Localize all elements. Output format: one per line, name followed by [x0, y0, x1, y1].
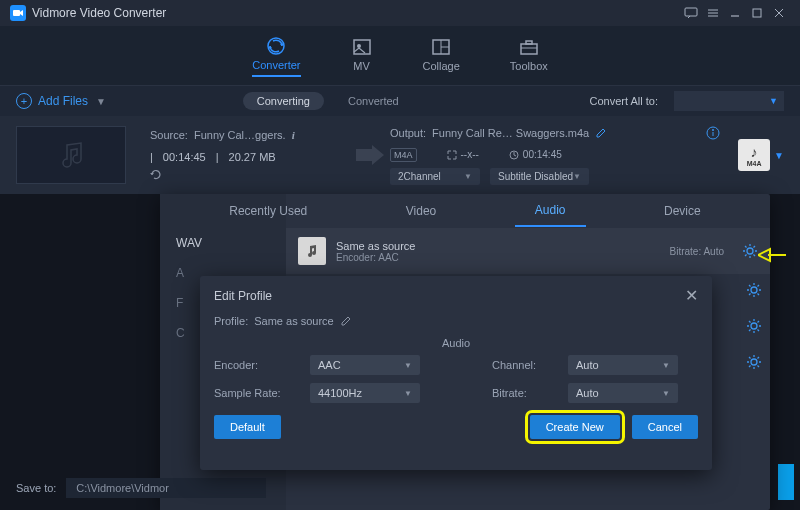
bitrate-label: Bitrate:: [492, 387, 562, 399]
profile-label: Profile:: [214, 315, 248, 327]
add-files-label: Add Files: [38, 94, 88, 108]
progress-block: [778, 464, 794, 500]
output-format-badge[interactable]: ♪ M4A: [738, 139, 770, 171]
svg-point-29: [747, 248, 753, 254]
minimize-icon[interactable]: [724, 2, 746, 24]
format-preset-row[interactable]: Same as source Encoder: AAC Bitrate: Aut…: [286, 228, 770, 274]
chevron-down-icon: ▼: [769, 96, 778, 106]
nav-mv[interactable]: MV: [351, 36, 373, 76]
nav-label: Toolbox: [510, 60, 548, 72]
tab-converting[interactable]: Converting: [243, 92, 324, 110]
add-files-button[interactable]: + Add Files ▼: [16, 93, 106, 109]
convert-all-label: Convert All to:: [590, 95, 658, 107]
nav-collage[interactable]: Collage: [423, 36, 460, 76]
encoder-label: Encoder:: [214, 359, 304, 371]
source-duration: 00:14:45: [163, 151, 206, 163]
svg-rect-0: [13, 10, 20, 16]
create-new-button[interactable]: Create New: [530, 415, 620, 439]
svg-line-36: [745, 255, 747, 257]
collage-icon: [430, 36, 452, 58]
feedback-icon[interactable]: [680, 2, 702, 24]
svg-rect-13: [354, 40, 370, 54]
sample-rate-label: Sample Rate:: [214, 387, 304, 399]
mv-icon: [351, 36, 373, 58]
subtitle-select[interactable]: Subtitle Disabled▼: [490, 168, 589, 185]
gear-icon[interactable]: [746, 354, 762, 370]
svg-rect-2: [685, 8, 697, 16]
profile-value: Same as source: [254, 315, 333, 327]
bitrate-select[interactable]: Auto▼: [568, 383, 678, 403]
svg-line-63: [749, 366, 751, 368]
svg-line-46: [758, 285, 760, 287]
svg-line-54: [749, 330, 751, 332]
gear-icon[interactable]: [746, 318, 762, 334]
svg-rect-19: [526, 41, 532, 44]
nav-label: Collage: [423, 60, 460, 72]
chevron-down-icon[interactable]: ▼: [774, 150, 784, 161]
nav-converter[interactable]: Converter: [252, 35, 300, 77]
svg-line-62: [758, 366, 760, 368]
close-icon[interactable]: ✕: [685, 286, 698, 305]
tab-converted[interactable]: Converted: [334, 92, 413, 110]
duration-value: 00:14:45: [509, 149, 562, 160]
sample-rate-select[interactable]: 44100Hz▼: [310, 383, 420, 403]
gear-icon[interactable]: [742, 243, 758, 259]
file-card: Source: Funny Cal…ggers. i | 00:14:45 | …: [0, 116, 800, 194]
svg-line-28: [514, 155, 516, 156]
arrow-icon: [350, 145, 390, 165]
channel-select[interactable]: 2Channel▼: [390, 168, 480, 185]
edit-icon[interactable]: [340, 315, 352, 327]
preset-icon: [298, 237, 326, 265]
output-filename: Funny Call Re… Swaggers.m4a: [432, 127, 589, 139]
output-column: Output: Funny Call Re… Swaggers.m4a M4A …: [390, 126, 720, 185]
refresh-icon[interactable]: [150, 169, 162, 181]
svg-point-38: [751, 287, 757, 293]
save-to-bar: Save to: C:\Vidmore\Vidmor: [16, 478, 266, 498]
close-icon[interactable]: [768, 2, 790, 24]
maximize-icon[interactable]: [746, 2, 768, 24]
format-category[interactable]: WAV: [160, 228, 286, 258]
format-badge: M4A: [390, 148, 417, 162]
channel-label: Channel:: [492, 359, 562, 371]
cancel-button[interactable]: Cancel: [632, 415, 698, 439]
source-column: Source: Funny Cal…ggers. i | 00:14:45 | …: [150, 129, 350, 181]
app-title: Vidmore Video Converter: [32, 6, 166, 20]
save-to-label: Save to:: [16, 482, 56, 494]
title-bar: Vidmore Video Converter: [0, 0, 800, 26]
info-icon[interactable]: [706, 126, 720, 140]
save-path-field[interactable]: C:\Vidmore\Vidmor: [66, 478, 266, 498]
svg-line-52: [749, 321, 751, 323]
svg-line-37: [754, 246, 756, 248]
info-icon[interactable]: i: [292, 129, 295, 141]
channel-select[interactable]: Auto▼: [568, 355, 678, 375]
svg-line-35: [754, 255, 756, 257]
svg-point-47: [751, 323, 757, 329]
dialog-title: Edit Profile: [214, 289, 272, 303]
file-thumbnail[interactable]: [16, 126, 126, 184]
svg-line-53: [758, 330, 760, 332]
svg-rect-7: [753, 9, 761, 17]
encoder-select[interactable]: AAC▼: [310, 355, 420, 375]
divider: |: [150, 151, 153, 163]
annotation-arrow: [758, 247, 788, 263]
chevron-down-icon[interactable]: ▼: [96, 96, 106, 107]
toolbox-icon: [518, 36, 540, 58]
convert-all-dropdown[interactable]: ▼: [674, 91, 784, 111]
svg-line-34: [745, 246, 747, 248]
edit-icon[interactable]: [595, 127, 607, 139]
divider: |: [216, 151, 219, 163]
svg-line-44: [758, 294, 760, 296]
dialog-section-label: Audio: [200, 335, 712, 355]
secondary-bar: + Add Files ▼ Converting Converted Conve…: [0, 86, 800, 116]
music-note-icon: ♪: [751, 144, 758, 160]
svg-marker-1: [20, 10, 23, 16]
menu-icon[interactable]: [702, 2, 724, 24]
svg-point-25: [712, 129, 714, 131]
svg-line-55: [758, 321, 760, 323]
gear-icon[interactable]: [746, 282, 762, 298]
svg-marker-22: [356, 145, 384, 165]
source-size: 20.27 MB: [229, 151, 276, 163]
default-button[interactable]: Default: [214, 415, 281, 439]
nav-toolbox[interactable]: Toolbox: [510, 36, 548, 76]
preset-encoder: Encoder: AAC: [336, 252, 660, 263]
